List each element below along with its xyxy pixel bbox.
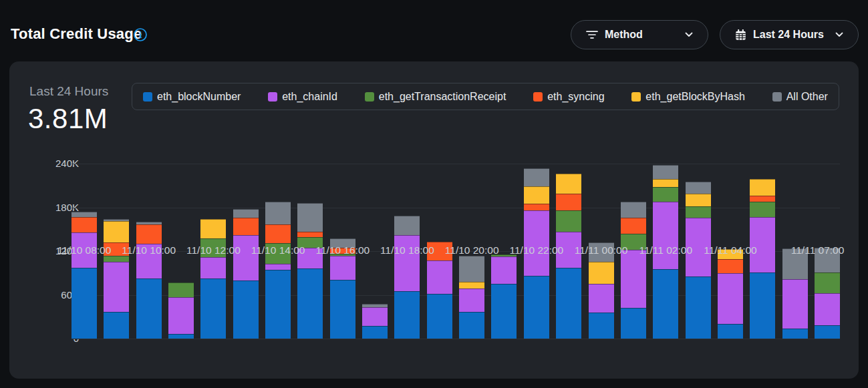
bar-segment-All Other[interactable] xyxy=(459,256,484,282)
bar-segment-eth_chainId[interactable] xyxy=(815,293,840,325)
bar-segment-eth_blockNumber[interactable] xyxy=(168,334,194,339)
bar-segment-eth_syncing[interactable] xyxy=(71,217,97,232)
bar-11/10 11:00[interactable] xyxy=(168,282,194,339)
legend-item-eth_chainId[interactable]: eth_chainId xyxy=(268,91,337,103)
bar-11/10 12:00[interactable] xyxy=(200,219,226,339)
bar-segment-eth_blockNumber[interactable] xyxy=(686,276,711,339)
bar-segment-eth_chainId[interactable] xyxy=(459,288,484,312)
bar-segment-eth_getTransactionReceipt[interactable] xyxy=(686,206,711,217)
bar-11/10 21:00[interactable] xyxy=(491,254,517,339)
bar-segment-eth_syncing[interactable] xyxy=(750,196,775,202)
bar-segment-eth_syncing[interactable] xyxy=(524,204,549,210)
bar-11/10 17:00[interactable] xyxy=(362,304,388,339)
bar-segment-eth_blockNumber[interactable] xyxy=(491,284,517,339)
bar-segment-eth_chainId[interactable] xyxy=(168,297,194,335)
bar-segment-eth_syncing[interactable] xyxy=(718,259,743,273)
bar-segment-eth_blockNumber[interactable] xyxy=(330,280,355,339)
bar-segment-eth_chainId[interactable] xyxy=(653,202,678,270)
bar-segment-All Other[interactable] xyxy=(265,202,291,224)
bar-11/11 05:00[interactable] xyxy=(750,179,775,339)
bar-segment-eth_getTransactionReceipt[interactable] xyxy=(104,256,129,262)
bar-11/11 04:00[interactable] xyxy=(718,249,743,339)
bar-11/11 01:00[interactable] xyxy=(621,202,646,339)
bar-segment-eth_blockNumber[interactable] xyxy=(71,268,97,339)
bar-segment-eth_syncing[interactable] xyxy=(621,218,646,234)
bar-segment-eth_getBlockByHash[interactable] xyxy=(104,221,129,242)
bar-segment-eth_blockNumber[interactable] xyxy=(750,272,775,339)
bar-11/10 13:00[interactable] xyxy=(233,209,259,339)
legend-item-eth_blockNumber[interactable]: eth_blockNumber xyxy=(143,91,241,103)
bar-segment-eth_blockNumber[interactable] xyxy=(459,312,484,339)
bar-segment-eth_chainId[interactable] xyxy=(491,256,517,284)
legend-item-eth_getBlockByHash[interactable]: eth_getBlockByHash xyxy=(631,91,745,103)
bar-segment-eth_chainId[interactable] xyxy=(362,307,388,326)
bar-segment-eth_getTransactionReceipt[interactable] xyxy=(168,282,194,297)
bar-segment-eth_getTransactionReceipt[interactable] xyxy=(815,272,840,294)
bar-segment-eth_getTransactionReceipt[interactable] xyxy=(556,210,581,232)
bar-segment-eth_syncing[interactable] xyxy=(297,232,323,238)
bar-segment-All Other[interactable] xyxy=(653,165,678,179)
bar-segment-All Other[interactable] xyxy=(524,168,549,186)
bar-segment-eth_chainId[interactable] xyxy=(330,256,355,280)
bar-segment-eth_chainId[interactable] xyxy=(782,279,808,329)
bar-segment-eth_chainId[interactable] xyxy=(104,262,129,311)
bar-segment-eth_getBlockByHash[interactable] xyxy=(653,179,678,187)
bar-segment-eth_blockNumber[interactable] xyxy=(524,276,549,339)
bar-11/10 08:00[interactable] xyxy=(71,212,97,339)
bar-segment-eth_getBlockByHash[interactable] xyxy=(459,282,484,288)
bar-segment-eth_blockNumber[interactable] xyxy=(427,294,452,339)
bar-segment-eth_syncing[interactable] xyxy=(233,218,259,235)
bar-segment-All Other[interactable] xyxy=(621,202,646,218)
bar-segment-eth_blockNumber[interactable] xyxy=(653,269,678,339)
bar-11/11 03:00[interactable] xyxy=(686,182,711,339)
bar-11/10 09:00[interactable] xyxy=(104,219,129,339)
legend-item-eth_syncing[interactable]: eth_syncing xyxy=(533,91,604,103)
bar-segment-eth_blockNumber[interactable] xyxy=(621,308,646,339)
bar-segment-All Other[interactable] xyxy=(686,182,711,193)
bar-segment-eth_syncing[interactable] xyxy=(556,194,581,210)
time-range-button[interactable]: Last 24 Hours xyxy=(720,20,859,49)
bar-segment-eth_blockNumber[interactable] xyxy=(233,280,259,339)
bar-segment-eth_syncing[interactable] xyxy=(265,224,291,243)
bar-11/10 15:00[interactable] xyxy=(297,203,323,339)
bar-segment-eth_chainId[interactable] xyxy=(394,235,420,291)
bar-segment-eth_getTransactionReceipt[interactable] xyxy=(750,202,775,217)
bar-11/11 07:00[interactable] xyxy=(815,248,840,339)
bar-segment-eth_blockNumber[interactable] xyxy=(104,312,129,339)
bar-segment-eth_blockNumber[interactable] xyxy=(589,313,614,339)
bar-segment-eth_chainId[interactable] xyxy=(718,273,743,324)
bar-segment-All Other[interactable] xyxy=(71,212,97,217)
bar-segment-eth_blockNumber[interactable] xyxy=(265,270,291,339)
bar-segment-eth_chainId[interactable] xyxy=(427,260,452,294)
bar-segment-eth_blockNumber[interactable] xyxy=(136,278,162,339)
bar-segment-eth_blockNumber[interactable] xyxy=(394,291,420,339)
bar-segment-eth_getBlockByHash[interactable] xyxy=(686,194,711,207)
bar-segment-eth_chainId[interactable] xyxy=(233,235,259,280)
bar-segment-All Other[interactable] xyxy=(297,203,323,232)
bar-segment-eth_getBlockByHash[interactable] xyxy=(556,174,581,193)
bar-segment-eth_chainId[interactable] xyxy=(200,257,226,279)
bar-segment-eth_blockNumber[interactable] xyxy=(782,329,808,339)
bar-11/10 14:00[interactable] xyxy=(265,202,291,339)
bar-segment-eth_blockNumber[interactable] xyxy=(815,325,840,339)
bar-segment-eth_chainId[interactable] xyxy=(524,210,549,276)
method-filter-button[interactable]: Method xyxy=(571,20,708,49)
legend-item-eth_getTransactionReceipt[interactable]: eth_getTransactionReceipt xyxy=(365,91,507,103)
legend-item-All Other[interactable]: All Other xyxy=(772,91,828,103)
bar-segment-eth_chainId[interactable] xyxy=(589,284,614,313)
bar-segment-eth_blockNumber[interactable] xyxy=(297,268,323,339)
bar-segment-eth_getBlockByHash[interactable] xyxy=(200,219,226,238)
bar-segment-eth_blockNumber[interactable] xyxy=(200,278,226,339)
bar-11/11 00:00[interactable] xyxy=(589,242,614,339)
bar-11/11 06:00[interactable] xyxy=(782,248,808,339)
bar-segment-eth_blockNumber[interactable] xyxy=(362,326,388,339)
bar-segment-eth_blockNumber[interactable] xyxy=(556,268,581,339)
bar-segment-All Other[interactable] xyxy=(233,209,259,218)
bar-11/10 20:00[interactable] xyxy=(459,256,484,339)
bar-11/10 18:00[interactable] xyxy=(394,216,420,339)
bar-segment-eth_getTransactionReceipt[interactable] xyxy=(653,187,678,202)
bar-segment-eth_getBlockByHash[interactable] xyxy=(524,186,549,204)
bar-11/10 10:00[interactable] xyxy=(136,222,162,339)
bar-segment-eth_syncing[interactable] xyxy=(136,224,162,244)
bar-segment-eth_getBlockByHash[interactable] xyxy=(589,262,614,284)
